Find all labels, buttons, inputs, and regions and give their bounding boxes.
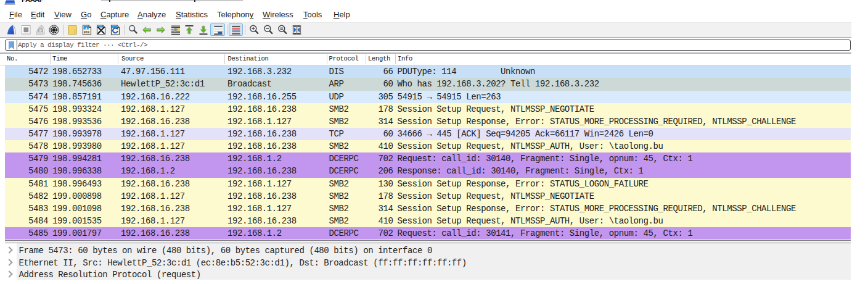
svg-text:010: 010 (83, 31, 89, 35)
